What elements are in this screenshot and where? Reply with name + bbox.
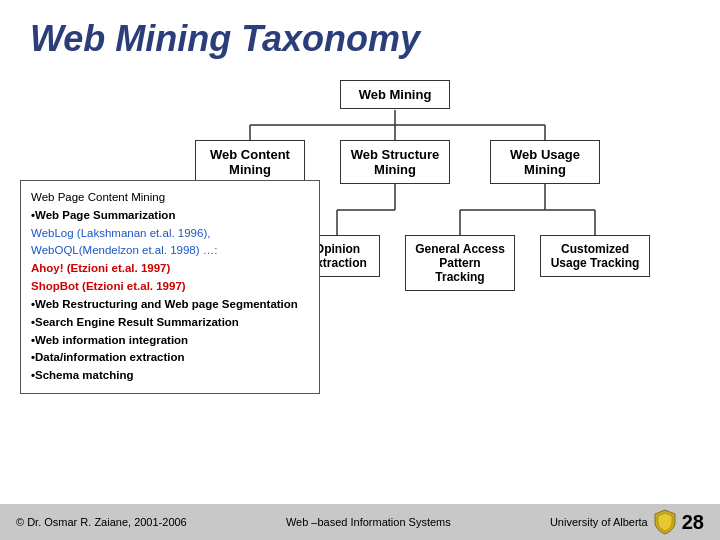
content-line8: •Search Engine Result Summarization bbox=[31, 314, 309, 332]
footer-copyright: © Dr. Osmar R. Zaiane, 2001-2006 bbox=[16, 516, 187, 528]
content-line7: •Web Restructuring and Web page Segmenta… bbox=[31, 296, 309, 314]
diagram-area: Web Mining Web Content Mining Web Struct… bbox=[0, 70, 720, 460]
content-line6: ShopBot (Etzioni et.al. 1997) bbox=[31, 278, 309, 296]
content-line3: WebLog (Lakshmanan et.al. 1996), bbox=[31, 225, 309, 243]
content-detail-box: Web Page Content Mining •Web Page Summar… bbox=[20, 180, 320, 394]
footer-university: University of Alberta bbox=[550, 516, 648, 528]
content-line11: •Schema matching bbox=[31, 367, 309, 385]
footer-logo: University of Alberta 28 bbox=[550, 509, 704, 535]
content-line4: WebOQL(Mendelzon et.al. 1998) …: bbox=[31, 242, 309, 260]
content-line9: •Web information integration bbox=[31, 332, 309, 350]
content-line5: Ahoy! (Etzioni et.al. 1997) bbox=[31, 260, 309, 278]
node-web-content: Web Content Mining bbox=[195, 140, 305, 184]
shield-icon bbox=[654, 509, 676, 535]
footer: © Dr. Osmar R. Zaiane, 2001-2006 Web –ba… bbox=[0, 504, 720, 540]
node-general-access: General Access Pattern Tracking bbox=[405, 235, 515, 291]
node-web-mining: Web Mining bbox=[340, 80, 450, 109]
node-web-usage: Web Usage Mining bbox=[490, 140, 600, 184]
content-line2: •Web Page Summarization bbox=[31, 207, 309, 225]
footer-center: Web –based Information Systems bbox=[286, 516, 451, 528]
content-line10: •Data/information extraction bbox=[31, 349, 309, 367]
page-title: Web Mining Taxonomy bbox=[0, 0, 720, 70]
node-web-structure: Web Structure Mining bbox=[340, 140, 450, 184]
node-customized: Customized Usage Tracking bbox=[540, 235, 650, 277]
content-line1: Web Page Content Mining bbox=[31, 189, 309, 207]
page-number: 28 bbox=[682, 511, 704, 534]
